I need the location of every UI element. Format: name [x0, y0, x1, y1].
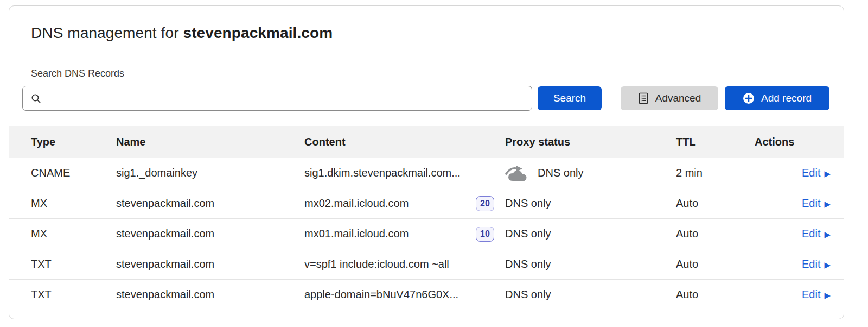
edit-record-link[interactable]: Edit ▶ — [802, 258, 831, 271]
edit-chevron-icon: ▶ — [824, 291, 831, 299]
page-title-domain: stevenpackmail.com — [183, 24, 333, 41]
record-ttl: 2 min — [667, 167, 746, 179]
edit-record-link[interactable]: Edit ▶ — [802, 197, 831, 210]
proxy-status-text: DNS only — [505, 197, 551, 210]
card-header: DNS management for stevenpackmail.com Se… — [9, 6, 844, 79]
record-ttl: Auto — [667, 228, 746, 240]
record-ttl: Auto — [667, 258, 746, 271]
edit-link-label: Edit — [802, 167, 820, 179]
edit-link-label: Edit — [802, 288, 820, 301]
advanced-list-icon — [638, 92, 649, 104]
search-icon — [30, 93, 42, 104]
record-content: v=spf1 include:icloud.com ~all — [304, 258, 449, 271]
advanced-button[interactable]: Advanced — [621, 86, 718, 110]
edit-record-link[interactable]: Edit ▶ — [802, 288, 831, 301]
proxy-status-text: DNS only — [505, 258, 551, 271]
table-header-row: Type Name Content Proxy status TTL Actio… — [9, 126, 844, 158]
search-row: Search Advanced Add record — [9, 86, 844, 111]
dns-only-cloud-icon — [505, 165, 529, 181]
table-row: CNAME sig1._domainkey sig1.dkim.stevenpa… — [9, 158, 844, 188]
search-label: Search DNS Records — [31, 68, 822, 79]
edit-link-label: Edit — [802, 228, 820, 240]
column-header-name: Name — [116, 136, 304, 148]
record-type: TXT — [31, 288, 116, 301]
page-title: DNS management for stevenpackmail.com — [31, 24, 822, 42]
edit-chevron-icon: ▶ — [824, 261, 831, 269]
search-button[interactable]: Search — [538, 86, 602, 110]
column-header-ttl: TTL — [667, 136, 746, 148]
record-type: MX — [31, 197, 116, 210]
dns-management-card: DNS management for stevenpackmail.com Se… — [9, 5, 844, 319]
proxy-status-text: DNS only — [505, 228, 551, 240]
dns-records-table: Type Name Content Proxy status TTL Actio… — [9, 126, 844, 310]
table-row: TXT stevenpackmail.com apple-domain=bNuV… — [9, 279, 844, 310]
edit-link-label: Edit — [802, 258, 820, 271]
edit-record-link[interactable]: Edit ▶ — [802, 228, 831, 240]
edit-chevron-icon: ▶ — [824, 200, 831, 208]
record-content: mx01.mail.icloud.com — [304, 228, 409, 240]
add-record-button[interactable]: Add record — [725, 86, 829, 110]
column-header-proxy-status: Proxy status — [496, 136, 667, 148]
record-ttl: Auto — [667, 197, 746, 210]
mx-priority-badge: 10 — [476, 227, 494, 242]
record-ttl: Auto — [667, 288, 746, 301]
record-content: sig1.dkim.stevenpackmail.com... — [304, 167, 461, 179]
record-type: TXT — [31, 258, 116, 271]
search-input-box[interactable] — [22, 86, 532, 111]
proxy-status-text: DNS only — [505, 288, 551, 301]
plus-circle-icon — [743, 92, 755, 104]
edit-chevron-icon: ▶ — [824, 230, 831, 238]
record-type: MX — [31, 228, 116, 240]
table-row: MX stevenpackmail.com mx01.mail.icloud.c… — [9, 218, 844, 249]
record-content: mx02.mail.icloud.com — [304, 197, 409, 210]
page-title-prefix: DNS management for — [31, 24, 183, 41]
record-name: sig1._domainkey — [116, 167, 304, 179]
column-header-type: Type — [31, 136, 116, 148]
proxy-status-text: DNS only — [538, 167, 583, 179]
record-type: CNAME — [31, 167, 116, 179]
edit-record-link[interactable]: Edit ▶ — [802, 167, 831, 179]
table-body: CNAME sig1._domainkey sig1.dkim.stevenpa… — [9, 158, 844, 310]
record-content: apple-domain=bNuV47n6G0X... — [304, 288, 458, 301]
table-row: TXT stevenpackmail.com v=spf1 include:ic… — [9, 249, 844, 279]
column-header-actions: Actions — [746, 136, 831, 148]
table-row: MX stevenpackmail.com mx02.mail.icloud.c… — [9, 188, 844, 218]
record-name: stevenpackmail.com — [116, 197, 304, 210]
mx-priority-badge: 20 — [476, 196, 494, 211]
edit-link-label: Edit — [802, 197, 820, 210]
search-input[interactable] — [47, 92, 524, 104]
record-name: stevenpackmail.com — [116, 258, 304, 271]
advanced-button-label: Advanced — [655, 92, 701, 104]
edit-chevron-icon: ▶ — [824, 169, 831, 178]
record-name: stevenpackmail.com — [116, 228, 304, 240]
column-header-content: Content — [304, 136, 496, 148]
add-record-button-label: Add record — [761, 92, 812, 104]
record-name: stevenpackmail.com — [116, 288, 304, 301]
